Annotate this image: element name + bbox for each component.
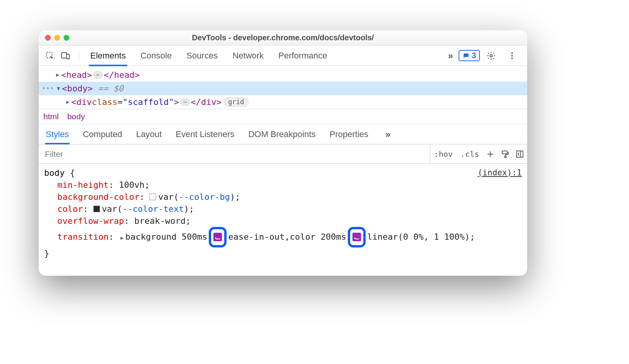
crumb-body[interactable]: body [67,112,85,121]
dom-node-head[interactable]: ▶ <head> ⋯ </head> [39,68,527,82]
prop-color[interactable]: color [57,204,83,214]
kebab-menu-icon[interactable] [506,50,518,62]
svg-rect-1 [62,53,67,58]
svg-point-6 [511,58,513,59]
svg-point-3 [490,55,492,57]
issues-count: 3 [472,51,476,60]
message-icon [462,52,469,59]
hov-toggle[interactable]: :hov [430,144,457,163]
easing-highlight [348,227,366,247]
svg-rect-2 [67,54,69,59]
devtools-window: DevTools - developer.chrome.com/docs/dev… [39,30,527,276]
device-toolbar-icon[interactable] [60,50,71,62]
svg-rect-8 [505,156,506,158]
expand-icon[interactable]: ▶ [55,68,60,82]
expand-shorthand-icon[interactable]: ▶ [120,235,124,241]
more-tabs-icon[interactable]: » [448,50,453,61]
selector[interactable]: body [44,168,65,178]
tab-elements[interactable]: Elements [89,51,127,61]
styles-filter-row: :hov .cls [39,144,527,164]
grid-badge[interactable]: grid [224,98,248,106]
new-style-rule-icon[interactable] [483,144,498,163]
main-toolbar: Elements Console Sources Network Perform… [39,46,527,66]
window-title: DevTools - developer.chrome.com/docs/dev… [39,33,527,42]
prop-background-color[interactable]: background-color [57,192,139,202]
paint-styles-icon[interactable] [498,144,512,163]
svg-point-5 [511,55,513,57]
issues-badge[interactable]: 3 [459,50,480,61]
svg-point-4 [511,52,513,54]
source-link[interactable]: (index):1 [478,167,522,179]
maximize-window-button[interactable] [64,35,69,41]
easing-editor-icon[interactable] [213,233,222,241]
tab-computed[interactable]: Computed [83,129,122,139]
tab-console[interactable]: Console [140,51,173,61]
ellipsis-icon[interactable]: ⋯ [93,71,102,79]
minimize-window-button[interactable] [54,35,60,41]
tab-styles[interactable]: Styles [46,129,69,139]
easing-highlight [209,227,227,247]
settings-icon[interactable] [485,50,497,62]
close-window-button[interactable] [45,35,51,41]
prop-overflow-wrap[interactable]: overflow-wrap [57,216,124,226]
color-swatch-icon[interactable] [150,194,156,200]
breadcrumb: html body [39,109,527,124]
svg-rect-7 [502,151,507,153]
crumb-html[interactable]: html [43,112,59,121]
inspect-element-icon[interactable] [44,50,56,62]
dom-node-div[interactable]: ▶ <div class="scaffold"> ⋯ </div> grid [39,95,527,109]
easing-editor-icon[interactable] [352,233,361,241]
separator [79,50,79,61]
traffic-lights [45,35,69,41]
styles-sidebar-tabs: Styles Computed Layout Event Listeners D… [39,124,527,144]
collapse-icon[interactable]: ▼ [56,82,61,95]
prop-min-height[interactable]: min-height [57,180,108,190]
tab-dom-breakpoints[interactable]: DOM Breakpoints [248,129,316,139]
expand-icon[interactable]: ▶ [65,95,70,109]
styles-pane[interactable]: (index):1 body { min-height: 100vh; back… [39,164,527,263]
styles-filter-input[interactable] [39,144,430,163]
ellipsis-icon[interactable]: ⋯ [180,98,189,106]
color-swatch-icon[interactable] [93,206,100,212]
prop-transition[interactable]: transition [57,232,108,242]
tab-sources[interactable]: Sources [186,51,218,61]
selection-dots-icon: ••• [42,82,54,95]
titlebar: DevTools - developer.chrome.com/docs/dev… [39,30,527,46]
tab-properties[interactable]: Properties [330,129,368,139]
panel-tabs: Elements Console Sources Network Perform… [89,51,448,61]
dom-tree[interactable]: ▶ <head> ⋯ </head> ••• ▼ <body> == $0 ▶ … [39,66,527,109]
computed-panel-icon[interactable] [512,144,527,163]
tab-performance[interactable]: Performance [278,51,328,61]
more-tabs-icon[interactable]: » [385,129,390,140]
cls-toggle[interactable]: .cls [457,144,483,163]
tab-network[interactable]: Network [232,51,265,61]
svg-rect-9 [517,151,523,157]
dom-node-body[interactable]: ••• ▼ <body> == $0 [39,82,527,95]
tab-event-listeners[interactable]: Event Listeners [176,129,235,139]
tab-layout[interactable]: Layout [136,129,162,139]
